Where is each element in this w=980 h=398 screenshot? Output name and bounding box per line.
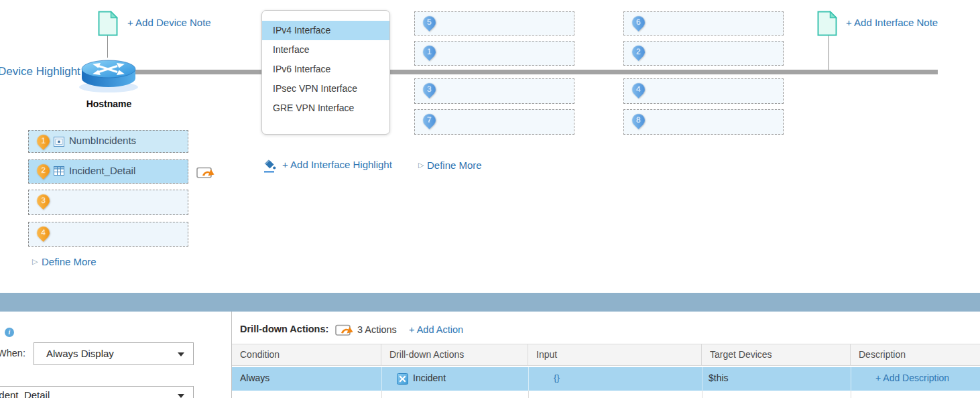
- add-device-note-link[interactable]: + Add Device Note: [127, 17, 211, 28]
- pin-marker: 1: [420, 43, 438, 61]
- device-highlight-label: Device Highlight: [0, 65, 80, 78]
- interface-slot-3[interactable]: 3: [414, 78, 574, 104]
- interface-slot-6[interactable]: 6: [623, 11, 784, 36]
- interface-slot-5[interactable]: 5: [414, 11, 574, 36]
- interface-slot-7[interactable]: 7: [414, 109, 574, 135]
- row-target-devices: $this: [709, 373, 729, 383]
- device-field-numbincidents[interactable]: 1 NumbIncidents: [28, 130, 188, 153]
- actions-table-header: Condition Drill-down Actions Input Targe…: [232, 344, 980, 366]
- dropdown-item-ipv4-interface[interactable]: IPv4 Interface: [262, 21, 389, 40]
- pin-marker: 4: [34, 224, 52, 242]
- row-input[interactable]: {}: [554, 373, 560, 383]
- column-divider: [702, 391, 702, 398]
- router-device-icon[interactable]: [78, 54, 139, 96]
- table-row[interactable]: Always Incident {} $this + Add Descripti…: [232, 367, 980, 391]
- dropdown-item-gre-vpn-interface[interactable]: GRE VPN Interface: [262, 98, 389, 118]
- col-header-drilldown-actions: Drill-down Actions: [381, 344, 528, 365]
- drilldown-action-icon: [335, 323, 354, 340]
- device-field-incident-detail[interactable]: 2 Incident_Detail: [28, 159, 188, 184]
- field-select[interactable]: Incident_Detail: [0, 386, 194, 398]
- table-icon: [54, 166, 64, 178]
- dropdown-item-ipsec-vpn-interface[interactable]: IPsec VPN Interface: [262, 79, 389, 98]
- chevron-down-icon: [178, 394, 184, 398]
- row-condition: Always: [240, 373, 269, 383]
- add-interface-highlight-link[interactable]: + Add Interface Highlight: [282, 159, 392, 170]
- banner-icon: [54, 137, 64, 149]
- hostname-label: Hostname: [74, 98, 144, 109]
- pin-marker: 8: [629, 111, 648, 129]
- pin-marker: 3: [34, 192, 52, 210]
- row-action[interactable]: Incident: [413, 373, 446, 383]
- interface-slot-1[interactable]: 1: [414, 41, 574, 66]
- expander-icon[interactable]: ▷: [418, 161, 424, 170]
- column-divider: [528, 367, 529, 391]
- pin-marker: 2: [34, 161, 52, 180]
- interface-note-connector: [829, 36, 829, 70]
- interface-type-dropdown: IPv4 Interface Interface IPv6 Interface …: [261, 10, 390, 135]
- pin-marker: 1: [34, 132, 52, 150]
- when-select[interactable]: Always Display: [34, 342, 194, 365]
- column-divider: [528, 391, 529, 398]
- info-icon[interactable]: i: [5, 328, 14, 337]
- device-field-empty-4[interactable]: 4: [28, 222, 188, 247]
- device-field-label: Incident_Detail: [69, 165, 135, 176]
- column-divider: [381, 367, 382, 391]
- column-divider: [702, 367, 702, 391]
- note-icon[interactable]: [98, 11, 118, 38]
- when-label: When:: [0, 348, 25, 358]
- highlight-fill-icon: [262, 158, 278, 176]
- dropdown-item-ipv6-interface[interactable]: IPv6 Interface: [262, 60, 389, 79]
- column-divider: [851, 391, 851, 398]
- pin-marker: 3: [420, 80, 438, 98]
- device-field-label: NumbIncidents: [69, 135, 136, 146]
- column-divider: [851, 367, 851, 391]
- highlight-editor-screen: + Add Device Note Device Highlight: [0, 0, 980, 398]
- column-divider: [381, 391, 382, 398]
- define-more-top-link[interactable]: Define More: [427, 159, 482, 171]
- col-header-target-devices: Target Devices: [702, 344, 851, 365]
- view-sample-bar: View Sample: [0, 293, 980, 312]
- dropdown-item-interface[interactable]: Interface: [262, 40, 389, 60]
- incident-map-icon: [397, 373, 408, 387]
- add-interface-note-link[interactable]: + Add Interface Note: [846, 17, 938, 28]
- pin-marker: 6: [629, 13, 648, 31]
- add-action-link[interactable]: + Add Action: [409, 324, 463, 335]
- expander-icon[interactable]: ▷: [32, 257, 38, 266]
- pin-marker: 7: [420, 111, 438, 129]
- interface-slot-8[interactable]: 8: [623, 109, 784, 135]
- col-header-input: Input: [528, 344, 702, 365]
- define-more-left-link[interactable]: Define More: [42, 256, 97, 267]
- pin-marker: 4: [629, 80, 648, 98]
- col-header-description: Description: [851, 344, 980, 365]
- table-empty-row: [232, 391, 980, 398]
- pin-marker: 2: [629, 43, 648, 61]
- interface-slot-2[interactable]: 2: [623, 41, 784, 66]
- interface-slot-4[interactable]: 4: [623, 78, 784, 104]
- add-description-link[interactable]: + Add Description: [875, 373, 949, 383]
- drilldown-actions-label: Drill-down Actions:: [240, 324, 328, 334]
- device-link-line: [109, 70, 938, 74]
- pin-marker: 5: [420, 13, 438, 31]
- actions-count: 3 Actions: [357, 324, 397, 335]
- field-select-value: Incident_Detail: [0, 389, 50, 398]
- col-header-condition: Condition: [232, 344, 381, 365]
- note-icon[interactable]: [817, 11, 837, 38]
- device-field-empty-3[interactable]: 3: [28, 190, 188, 215]
- chevron-down-icon: [178, 352, 184, 356]
- drilldown-action-icon[interactable]: [196, 165, 215, 182]
- when-select-value: Always Display: [46, 348, 114, 359]
